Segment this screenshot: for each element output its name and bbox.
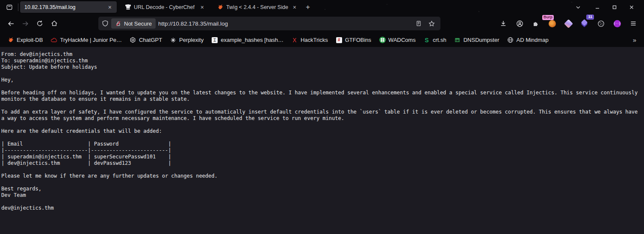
tab-cyberchef[interactable]: URL Decode - CyberChef × xyxy=(120,1,209,13)
red-cloud-icon xyxy=(50,37,57,44)
tab-title: URL Decode - CyberChef xyxy=(134,4,196,10)
burp-icon xyxy=(549,20,556,27)
forward-icon xyxy=(22,20,29,27)
shield-icon xyxy=(102,20,109,27)
toolbar-extensions: Burp 11 xyxy=(496,17,641,30)
chevron-down-icon xyxy=(575,4,581,10)
home-icon xyxy=(51,20,58,27)
reader-mode-button[interactable] xyxy=(413,18,424,29)
bookmark-gtfobins[interactable]: # GTFOBins xyxy=(332,35,375,45)
bookmark-label: DNSDumpster xyxy=(464,37,499,43)
hashcat-square-icon: ⌶ xyxy=(211,37,218,44)
account-icon xyxy=(516,20,523,27)
close-window-button[interactable] xyxy=(625,2,638,13)
burp-extension-button[interactable]: Burp xyxy=(545,17,559,30)
reload-icon xyxy=(36,20,43,27)
bookmark-label: AD Mindmap xyxy=(516,37,548,43)
braces-extension-icon: {··} xyxy=(614,20,621,27)
crtsh-s-icon: S xyxy=(423,37,430,44)
bookmark-example-hashes[interactable]: ⌶ example_hashes [hash… xyxy=(207,35,287,45)
exploitdb-bug-icon xyxy=(7,37,14,44)
bookmark-label: Exploit-DB xyxy=(17,37,43,43)
browser-window: 10.82.178.35/mail.log × URL Decode - Cyb… xyxy=(0,0,644,234)
bookmark-dnsdumpster[interactable]: DNSDumpster xyxy=(450,35,503,45)
close-icon xyxy=(629,5,634,10)
bookmark-tryhackme[interactable]: TryHackMe | Junior Pe… xyxy=(47,35,126,45)
cookie-icon xyxy=(597,20,605,27)
cookie-extension-button[interactable] xyxy=(594,17,608,30)
tab-separator xyxy=(18,3,18,11)
bookmark-chatgpt[interactable]: ChatGPT xyxy=(126,35,166,45)
dumpster-icon xyxy=(454,37,461,44)
bookmark-label: HackTricks xyxy=(301,37,328,43)
tab-mail-log[interactable]: 10.82.178.35/mail.log × xyxy=(20,1,117,13)
globe-icon xyxy=(507,37,514,44)
forward-button[interactable] xyxy=(18,17,32,30)
bookmark-label: WADComs xyxy=(388,37,416,43)
bookmark-wadcoms[interactable]: WADComs xyxy=(375,35,419,45)
bookmarks-overflow-button[interactable]: » xyxy=(629,36,641,44)
account-button[interactable] xyxy=(512,17,527,30)
firefox-view-icon xyxy=(6,4,13,11)
page-content: From: dev@injectics.thm To: superadmin@i… xyxy=(0,47,644,234)
tab-bar: 10.82.178.35/mail.log × URL Decode - Cyb… xyxy=(0,0,644,14)
diamond-gradient-icon xyxy=(564,19,573,28)
tab-title: 10.82.178.35/mail.log xyxy=(24,4,104,10)
downloads-button[interactable] xyxy=(496,17,511,30)
mail-log-text: From: dev@injectics.thm To: superadmin@i… xyxy=(0,47,644,216)
chef-hat-icon xyxy=(124,4,131,11)
back-button[interactable] xyxy=(3,17,18,30)
gtfobins-grid-icon: # xyxy=(336,37,343,44)
home-button[interactable] xyxy=(47,17,62,30)
wappalyzer-count-badge: 11 xyxy=(586,15,594,20)
bookmark-label: Perplexity xyxy=(179,37,204,43)
reload-button[interactable] xyxy=(32,17,47,30)
hacktools-extension-button[interactable]: {··} xyxy=(610,17,624,30)
foxyproxy-extension-button[interactable] xyxy=(561,17,576,30)
tab-twig-exploit[interactable]: Twìg < 2.4.4 - Server Side × xyxy=(213,1,301,13)
tab-close-icon[interactable]: × xyxy=(106,3,113,11)
bookmark-label: GTFOBins xyxy=(345,37,371,43)
url-bar[interactable]: Not Secure http://10.82.178.35/mail.log xyxy=(98,17,440,30)
maximize-button[interactable] xyxy=(608,2,621,13)
browser-chrome: 10.82.178.35/mail.log × URL Decode - Cyb… xyxy=(0,0,644,47)
url-text: http://10.82.178.35/mail.log xyxy=(158,20,411,27)
puzzle-piece-icon xyxy=(532,20,539,27)
minimize-button[interactable] xyxy=(591,2,604,13)
wappalyzer-extension-button[interactable]: 11 xyxy=(577,17,592,30)
list-all-tabs-button[interactable] xyxy=(571,2,585,13)
bookmark-star-button[interactable] xyxy=(426,18,437,29)
menu-button[interactable] xyxy=(626,17,641,30)
perplexity-star-icon xyxy=(170,37,177,44)
back-icon xyxy=(7,20,15,27)
hacktricks-red-icon xyxy=(291,37,298,44)
exploitdb-bug-icon xyxy=(217,4,224,11)
bookmark-hacktricks[interactable]: HackTricks xyxy=(287,35,332,45)
bookmark-crtsh[interactable]: S crt.sh xyxy=(419,35,450,45)
tab-close-icon[interactable]: × xyxy=(199,3,206,11)
openai-knot-icon xyxy=(130,37,136,44)
bookmark-label: crt.sh xyxy=(433,37,446,43)
extensions-button[interactable] xyxy=(529,17,543,30)
burp-name-badge: Burp xyxy=(542,15,554,20)
window-controls xyxy=(591,2,641,13)
download-icon xyxy=(500,20,507,27)
tab-close-icon[interactable]: × xyxy=(291,3,298,11)
security-chip-label: Not Secure xyxy=(124,20,152,27)
wadcoms-green-icon xyxy=(379,37,386,44)
hamburger-menu-icon xyxy=(630,20,637,27)
minimize-icon xyxy=(595,5,600,10)
maximize-icon xyxy=(612,5,617,10)
bookmarks-toolbar: Exploit-DB TryHackMe | Junior Pe… C xyxy=(0,33,644,47)
new-tab-button[interactable]: + xyxy=(301,2,314,13)
wappalyzer-layers-icon xyxy=(581,20,588,27)
broken-lock-icon xyxy=(115,20,121,27)
navigation-toolbar: Not Secure http://10.82.178.35/mail.log xyxy=(0,14,644,33)
bookmark-perplexity[interactable]: Perplexity xyxy=(166,35,207,45)
urlbar-page-actions xyxy=(413,18,437,29)
bookmark-label: TryHackMe | Junior Pe… xyxy=(60,37,122,43)
firefox-view-button[interactable] xyxy=(3,2,16,13)
bookmark-ad-mindmap[interactable]: AD Mindmap xyxy=(503,35,552,45)
bookmark-exploit-db[interactable]: Exploit-DB xyxy=(3,35,47,45)
security-chip[interactable]: Not Secure xyxy=(111,18,156,29)
